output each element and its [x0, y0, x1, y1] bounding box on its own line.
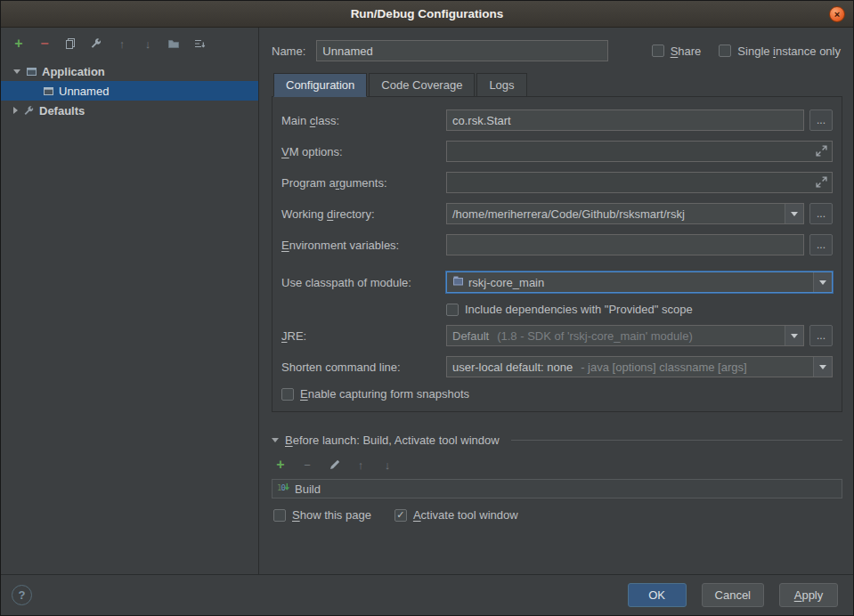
working-directory-browse-button[interactable]: ... — [809, 203, 833, 224]
environment-variables-browse-button[interactable]: ... — [809, 234, 833, 255]
working-directory-label: Working directory: — [281, 207, 446, 221]
main-class-browse-button[interactable]: ... — [809, 109, 833, 131]
sort-configurations-icon[interactable] — [192, 36, 207, 51]
configurations-tree: Application Unnamed Defaults — [1, 61, 258, 120]
move-task-up-icon[interactable]: ↑ — [354, 458, 368, 472]
remove-task-icon[interactable]: − — [300, 458, 314, 472]
separator-line — [511, 440, 842, 441]
shorten-command-line-value: user-local default: none — [452, 361, 573, 374]
before-launch-section: Before launch: Build, Activate tool wind… — [272, 430, 842, 531]
move-task-down-icon[interactable]: ↓ — [380, 458, 394, 472]
working-directory-value: /home/meriherrera/Code/Github/rsksmart/r… — [452, 207, 685, 221]
configuration-tab-panel: Main class: co.rsk.Start ... VM options: — [272, 96, 842, 412]
dropdown-arrow-icon[interactable] — [785, 326, 803, 345]
name-input[interactable]: Unnamed — [316, 40, 608, 61]
show-this-page-label: Show this page — [292, 508, 371, 522]
shorten-command-line-row: Shorten command line: user-local default… — [281, 356, 833, 377]
expand-field-icon[interactable] — [816, 145, 827, 159]
configuration-editor: Name: Unnamed Share Single instance only… — [259, 28, 853, 574]
program-arguments-label: Program arguments: — [281, 176, 446, 190]
dropdown-arrow-icon[interactable] — [813, 272, 832, 292]
collapse-section-icon[interactable] — [272, 438, 279, 442]
environment-variables-input[interactable] — [446, 234, 804, 255]
jre-combobox[interactable]: Default (1.8 - SDK of 'rskj-core_main' m… — [446, 325, 804, 346]
name-value: Unnamed — [322, 45, 602, 58]
tab-code-coverage[interactable]: Code Coverage — [369, 73, 475, 97]
name-row: Name: Unnamed Share Single instance only — [272, 39, 841, 62]
environment-variables-row: Environment variables: ... — [281, 234, 833, 255]
copy-configuration-icon[interactable] — [63, 36, 77, 51]
shorten-command-line-label: Shorten command line: — [281, 361, 446, 374]
expanded-arrow-icon[interactable] — [13, 69, 20, 74]
before-launch-task-build[interactable]: 10 Build — [272, 479, 842, 498]
name-label: Name: — [272, 45, 305, 58]
enable-capturing-checkbox[interactable] — [281, 388, 294, 401]
tree-group-defaults[interactable]: Defaults — [1, 101, 258, 120]
use-classpath-row: Use classpath of module: rskj-core_main — [281, 272, 833, 293]
show-this-page-checkbox[interactable] — [273, 509, 286, 522]
build-icon: 10 — [277, 482, 289, 496]
working-directory-combobox[interactable]: /home/meriherrera/Code/Github/rsksmart/r… — [446, 203, 804, 224]
apply-button[interactable]: Apply — [779, 583, 838, 607]
jre-hint: (1.8 - SDK of 'rskj-core_main' module) — [497, 329, 693, 343]
program-arguments-row: Program arguments: — [281, 172, 833, 193]
tree-item-label: Unnamed — [59, 85, 109, 98]
window-title: Run/Debug Configurations — [351, 7, 504, 20]
jre-browse-button[interactable]: ... — [809, 325, 833, 346]
program-arguments-input[interactable] — [446, 172, 833, 193]
task-label: Build — [295, 482, 321, 496]
tree-group-application[interactable]: Application — [1, 61, 258, 81]
activate-tool-window-label: Activate tool window — [413, 508, 518, 522]
vm-options-input[interactable] — [446, 141, 833, 162]
tree-group-label: Application — [42, 65, 105, 78]
collapsed-arrow-icon[interactable] — [13, 107, 18, 114]
environment-variables-label: Environment variables: — [281, 239, 446, 252]
before-launch-header[interactable]: Before launch: Build, Activate tool wind… — [272, 430, 842, 450]
close-button[interactable]: × — [829, 6, 845, 22]
include-dependencies-checkbox[interactable] — [446, 304, 459, 316]
tree-group-label: Defaults — [39, 104, 85, 118]
add-configuration-icon[interactable]: + — [12, 36, 26, 51]
enable-capturing-label: Enable capturing form snapshots — [300, 387, 476, 401]
single-instance-checkbox[interactable] — [719, 45, 731, 57]
new-folder-icon[interactable] — [167, 36, 181, 51]
cancel-button[interactable]: Cancel — [702, 583, 764, 607]
jre-label: JRE: — [281, 329, 446, 343]
dialog-footer: ? OK Cancel Apply — [1, 574, 853, 615]
share-label: Share — [671, 45, 702, 58]
enable-capturing-row: Enable capturing form snapshots — [281, 387, 833, 401]
single-instance-label: Single instance only — [737, 45, 841, 58]
add-task-icon[interactable]: + — [273, 458, 288, 472]
move-down-icon[interactable]: ↓ — [141, 36, 155, 51]
shorten-command-line-combobox[interactable]: user-local default: none - java [options… — [446, 356, 833, 377]
titlebar[interactable]: Run/Debug Configurations × — [1, 1, 853, 28]
use-classpath-value: rskj-core_main — [468, 276, 544, 289]
move-up-icon[interactable]: ↑ — [115, 36, 129, 51]
expand-field-icon[interactable] — [816, 176, 827, 190]
sidebar-toolbar: + − ↑ ↓ — [1, 35, 258, 60]
footer-buttons: OK Cancel Apply — [628, 583, 838, 607]
edit-task-icon[interactable] — [327, 458, 341, 472]
dropdown-arrow-icon[interactable] — [813, 357, 832, 377]
tree-item-unnamed[interactable]: Unnamed — [1, 81, 258, 101]
dropdown-arrow-icon[interactable] — [785, 204, 803, 223]
edit-defaults-icon[interactable] — [89, 36, 103, 51]
remove-configuration-icon[interactable]: − — [37, 36, 52, 51]
tab-bar: Configuration Code Coverage Logs — [273, 73, 842, 97]
before-launch-toolbar: + − ↑ ↓ — [272, 450, 842, 479]
tab-logs[interactable]: Logs — [476, 73, 526, 97]
activate-tool-window-checkbox[interactable] — [394, 509, 407, 522]
tab-configuration[interactable]: Configuration — [273, 73, 367, 97]
defaults-wrench-icon — [22, 104, 35, 117]
vm-options-label: VM options: — [281, 145, 446, 158]
share-options: Share Single instance only — [652, 45, 841, 58]
help-button[interactable]: ? — [12, 585, 32, 605]
include-dependencies-row: Include dependencies with "Provided" sco… — [446, 303, 833, 316]
configurations-sidebar: + − ↑ ↓ — [1, 28, 259, 574]
run-debug-configurations-dialog: Run/Debug Configurations × + − ↑ ↓ — [0, 0, 854, 616]
share-checkbox[interactable] — [652, 45, 664, 57]
main-class-input[interactable]: co.rsk.Start — [446, 109, 804, 131]
shorten-command-line-hint: - java [options] classname [args] — [581, 361, 746, 374]
use-classpath-combobox[interactable]: rskj-core_main — [446, 272, 833, 293]
ok-button[interactable]: OK — [628, 583, 687, 607]
